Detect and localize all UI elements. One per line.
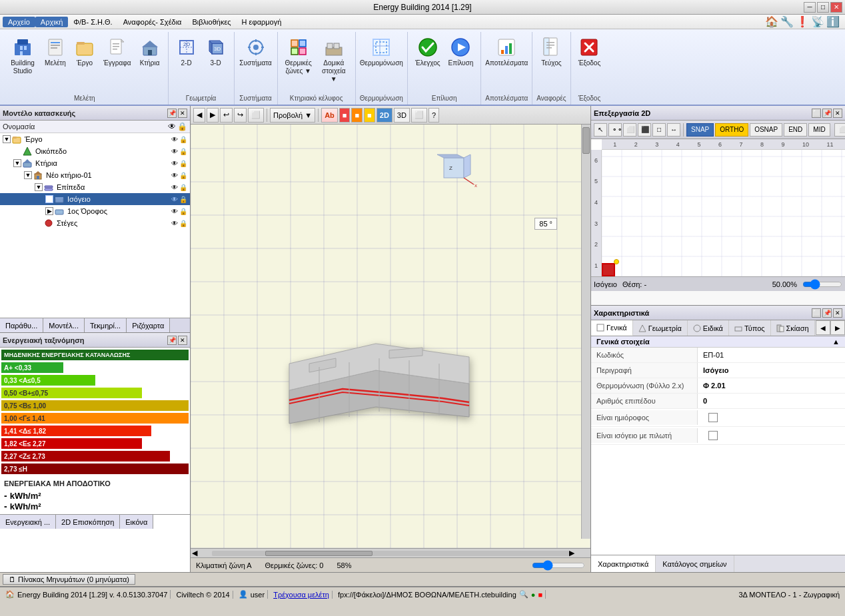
2d-btn[interactable]: 2D 2-D — [173, 33, 201, 69]
prop-next[interactable]: ▶ — [830, 320, 845, 335]
settings-icon[interactable]: 🔧 — [780, 15, 794, 28]
checkbox-hmioro[interactable] — [708, 413, 718, 422]
right-2d-close[interactable]: ✕ — [833, 109, 842, 118]
prop-tab-genika[interactable]: Γενικά — [591, 320, 633, 336]
tree-epipeda-lock[interactable]: 🔒 — [179, 184, 187, 191]
end-btn[interactable]: END — [784, 123, 807, 137]
tree-lock-icon[interactable]: 🔒 — [177, 122, 187, 131]
tab-rizoxarta[interactable]: Ριζόχαρτα — [127, 318, 170, 332]
menu-archiki[interactable]: Αρχική — [35, 17, 68, 27]
menu-fvb[interactable]: Φ/Β- Σ.Η.Θ. — [68, 17, 117, 27]
meleti-btn[interactable]: Μελέτη — [41, 33, 69, 69]
vp-color2[interactable]: ■ — [351, 108, 363, 123]
viewport-scrollbar-h[interactable]: ◀ ▶ — [191, 548, 590, 557]
vp-color3[interactable]: ■ — [364, 108, 375, 123]
close-btn[interactable]: ✕ — [830, 2, 842, 13]
grid-canvas[interactable] — [602, 150, 845, 276]
prop-tab-skiasi[interactable]: Σκίαση — [771, 320, 815, 336]
char-tab-catalog[interactable]: Κατάλογος σημείων — [656, 555, 734, 572]
tree-steges-lock[interactable]: 🔒 — [179, 220, 187, 227]
right-2d-header-controls[interactable]: ⬜ 📌 ✕ — [812, 109, 842, 118]
vp-tool1[interactable]: ⬜ — [411, 108, 427, 123]
tree-1os-eye[interactable]: 👁 — [171, 208, 178, 215]
tree-isogeio-eye[interactable]: 👁 — [171, 196, 178, 203]
tree-1os-lock[interactable]: 🔒 — [179, 208, 187, 215]
thermomon-btn[interactable]: Θερμομόνωση — [364, 33, 399, 69]
prop-close[interactable]: ✕ — [833, 308, 842, 318]
tree-neo-ktorio-icons[interactable]: 👁 🔒 — [171, 172, 187, 179]
ortho-arr-btn[interactable]: ↔ — [667, 123, 680, 137]
tree-1os-icons[interactable]: 👁 🔒 — [171, 208, 187, 215]
engrava-btn[interactable]: Έγγραφα — [100, 33, 135, 69]
viewport-3d[interactable]: Z x 85 ° — [191, 125, 590, 548]
prop-tab-eidika[interactable]: Ειδικά — [688, 320, 729, 336]
ortho-3d-btn[interactable]: ⬛ — [638, 123, 651, 137]
vp-frame[interactable]: ⬜ — [248, 108, 264, 123]
tree-oikopedo-eye[interactable]: 👁 — [171, 148, 178, 155]
right-2d-pin[interactable]: 📌 — [822, 109, 832, 118]
tree-steges-eye[interactable]: 👁 — [171, 220, 178, 227]
menu-anafores[interactable]: Αναφορές- Σχέδια — [118, 17, 187, 27]
energy-pin[interactable]: 📌 — [167, 336, 177, 345]
tree-ktoria-eye[interactable]: 👁 — [171, 160, 178, 167]
vp-ab[interactable]: Ab — [321, 108, 338, 123]
alert-icon[interactable]: ❗ — [796, 15, 809, 28]
vp-redo[interactable]: ↪ — [234, 108, 247, 123]
tree-oikopedo-lock[interactable]: 🔒 — [179, 148, 187, 155]
epilysi-btn[interactable]: Επίλυση — [445, 33, 477, 69]
apotelesm-btn[interactable]: Αποτελέσματα — [489, 33, 524, 69]
mid-btn[interactable]: MID — [808, 123, 830, 137]
tree-ktoria-icons[interactable]: 👁 🔒 — [171, 160, 187, 167]
vp-nav-left[interactable]: ◀ — [193, 108, 205, 123]
tab-montelo[interactable]: Μοντέλ... — [43, 318, 85, 332]
rss-icon[interactable]: 📡 — [811, 15, 824, 28]
vp-undo[interactable]: ↩ — [220, 108, 233, 123]
ortho-cursor-btn[interactable]: ↖ — [594, 123, 607, 137]
prop-tab-typos[interactable]: Τύπος — [729, 320, 771, 336]
tree-expand-1os[interactable]: ▶ — [45, 207, 53, 215]
properties-controls[interactable]: ⬜ 📌 ✕ — [812, 308, 842, 318]
right-2d-zoom-slider[interactable] — [802, 279, 842, 290]
systems-btn[interactable]: Συστήματα — [239, 33, 273, 69]
checkbox-piloti[interactable] — [708, 431, 718, 440]
model-tree-close[interactable]: ✕ — [178, 109, 187, 118]
ortho-toolbar-inner[interactable]: ↖ ⚬⚬ ⬜ ⬛ □ ↔ SNAP ORTHO OSNAP END MID ⬜ … — [594, 123, 845, 137]
scroll-track[interactable] — [212, 551, 569, 556]
tree-ergo-lock[interactable]: 🔒 — [179, 136, 187, 143]
tree-expand-neo-ktorio[interactable]: ▼ — [24, 171, 32, 179]
ortho-btn[interactable]: ORTHO — [715, 123, 748, 137]
elegxos-btn[interactable]: Έλεγχος — [412, 33, 444, 69]
menu-efarmogi[interactable]: Η εφαρμογή — [237, 17, 287, 27]
tree-isogeio-lock[interactable]: 🔒 — [179, 196, 187, 203]
model-tree-pin[interactable]: 📌 — [167, 109, 177, 118]
dom-stoixeia-btn[interactable]: Δομικάστοιχεία ▼ — [317, 33, 351, 85]
tab-tekmiriosi[interactable]: Τεκμηρί... — [85, 318, 127, 332]
therm-zones-btn[interactable]: Θερμικέςζώνες ▼ — [282, 33, 315, 77]
tree-item-ktoria[interactable]: ▼ Κτήρια 👁 🔒 — [0, 157, 190, 169]
ortho-extra1[interactable]: ⬜ — [834, 123, 845, 137]
tree-epipeda-icons[interactable]: 👁 🔒 — [171, 184, 187, 191]
vp-nav-right[interactable]: ▶ — [207, 108, 219, 123]
vp-2d[interactable]: 2D — [377, 108, 393, 123]
menu-archeo[interactable]: Αρχείο — [3, 17, 35, 27]
menu-vivliothikes[interactable]: Βιβλιοθήκες — [187, 17, 236, 27]
osnap-btn[interactable]: OSNAP — [750, 123, 782, 137]
status-link[interactable]: Τρέχουσα μελέτη — [273, 591, 329, 599]
scroll-arrow-left[interactable]: ◀ — [192, 549, 212, 557]
vp-help[interactable]: ? — [428, 108, 439, 123]
tree-ktoria-lock[interactable]: 🔒 — [179, 160, 187, 167]
prop-prev[interactable]: ◀ — [816, 320, 830, 335]
ortho-zone-btn[interactable]: ⬜ — [623, 123, 636, 137]
tree-expand-ergo[interactable]: ▼ — [3, 135, 11, 143]
ortho-extra-btns[interactable]: ⬜ ≡ — [834, 123, 845, 137]
prop-tab-geometria[interactable]: Γεωμετρία — [633, 320, 688, 336]
tree-header-icons[interactable]: 👁 🔒 — [168, 122, 187, 131]
scroll-arrow-right[interactable]: ▶ — [569, 549, 589, 557]
tefxos-btn[interactable]: Τεύχος — [538, 33, 566, 69]
tab-eikona[interactable]: Εικόνα — [120, 515, 153, 529]
tree-epipeda-eye[interactable]: 👁 — [171, 184, 178, 191]
scrollbar-thumb-v[interactable] — [582, 127, 590, 154]
tree-item-1os-oros[interactable]: ▶ 1ος Όροφος 👁 🔒 — [0, 205, 190, 217]
status-current-study[interactable]: Τρέχουσα μελέτη — [271, 591, 333, 599]
tree-item-steges[interactable]: ▶ Στέγες 👁 🔒 — [0, 217, 190, 229]
